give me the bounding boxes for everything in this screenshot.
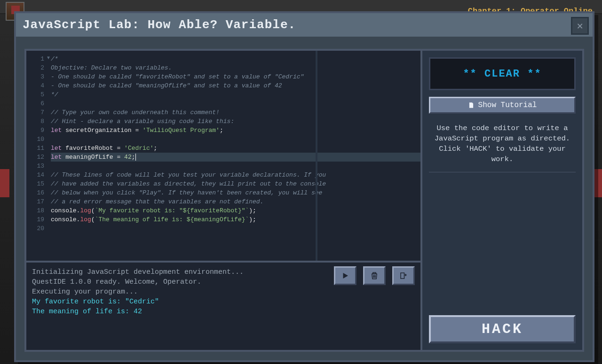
code-token: console [51,216,77,223]
code-token: let [51,145,62,152]
console-panel: Initializing JavaScript development envi… [26,261,420,350]
export-button[interactable] [392,266,415,285]
line-number: 12 [26,153,44,162]
code-token: /* [51,55,58,62]
code-token [139,127,143,134]
code-line[interactable]: /* [51,54,420,63]
code-line[interactable]: // These lines of code will let you test… [51,170,420,179]
code-line[interactable]: - One should be called "meaningOfLife" a… [51,81,420,90]
modal-body: 1234567891011121314151617181920 ▼ /*Obje… [16,40,593,360]
code-line[interactable]: // a red error message that the variable… [51,197,420,206]
line-number: 18 [26,206,44,215]
line-number: 20 [26,224,44,233]
modal-title: JavaScript Lab: How Able? Variable. [23,18,296,32]
code-token: 'TwilioQuest Program' [143,127,220,134]
console-output-line: The meaning of life is: 42 [32,307,415,317]
line-gutter: 1234567891011121314151617181920 [26,51,47,261]
code-token: ) [249,207,253,214]
line-number: 2 [26,63,44,72]
hack-button[interactable]: HACK [429,315,576,343]
code-line[interactable] [51,162,420,170]
editor-split-divider[interactable] [316,51,317,261]
show-tutorial-label: Show Tutorial [478,101,537,109]
code-token: // Hint - declare a variable using code … [51,118,234,125]
code-line[interactable]: let favoriteRobot = 'Cedric'; [51,144,420,153]
code-token: // a red error message that the variable… [51,198,263,205]
code-token: log [80,207,91,214]
status-text: ** CLEAR ** [463,68,541,80]
code-token: ( [91,207,95,214]
line-number: 7 [26,108,44,117]
code-line[interactable]: // below when you click "Play". If they … [51,188,420,197]
code-token [120,154,124,161]
code-token: ; [220,127,223,134]
code-area[interactable]: /*Objective: Declare two variables.- One… [47,51,420,261]
trash-icon [370,271,379,280]
console-system-line: Executing your program... [32,287,415,297]
code-line[interactable]: Objective: Declare two variables. [51,63,420,72]
line-number: 17 [26,197,44,206]
line-number: 6 [26,99,44,108]
console-buttons [334,266,415,285]
code-line[interactable]: console.log(`My favorite robot is: "${fa… [51,206,420,215]
line-number: 16 [26,188,44,197]
code-token: let [51,127,62,134]
code-token: - One should be called "favoriteRobot" a… [51,73,304,80]
code-token: ) [249,216,253,223]
code-token: 42 [124,154,132,161]
code-token: favoriteRobot [65,145,113,152]
line-number: 14 [26,170,44,179]
code-token: // have added the variables as directed,… [51,180,326,187]
export-icon [399,271,408,280]
play-icon [341,271,349,280]
line-number: 15 [26,179,44,188]
code-token: secretOrganization [65,127,131,134]
clear-console-button[interactable] [363,266,386,285]
code-line[interactable]: let meaningOfLife = 42; [51,153,420,162]
content-panel: 1234567891011121314151617181920 ▼ /*Obje… [24,49,584,352]
line-number: 13 [26,162,44,170]
code-line[interactable]: - One should be called "favoriteRobot" a… [51,72,420,81]
code-token: `My favorite robot is: "${favoriteRobot}… [95,207,249,214]
code-line[interactable]: // have added the variables as directed,… [51,179,420,188]
code-token: ; [253,207,256,214]
code-token: meaningOfLife [65,154,113,161]
code-token: */ [51,91,58,98]
line-number: 8 [26,117,44,126]
line-number: 3 [26,72,44,81]
line-number: 5 [26,90,44,99]
show-tutorial-button[interactable]: Show Tutorial [429,97,576,114]
code-line[interactable]: // Type your own code underneath this co… [51,108,420,117]
code-editor[interactable]: 1234567891011121314151617181920 ▼ /*Obje… [26,51,420,261]
code-line[interactable] [51,224,420,233]
code-token: console [51,207,77,214]
document-icon [468,101,475,109]
code-line[interactable] [51,135,420,144]
text-cursor [135,154,136,161]
line-number: 1 [26,54,44,63]
code-line[interactable] [51,99,420,108]
instructions-text: Use the code editor to write a JavaScrip… [429,120,576,172]
line-number: 11 [26,144,44,153]
code-line[interactable]: let secretOrganization = 'TwilioQuest Pr… [51,126,420,135]
left-column: 1234567891011121314151617181920 ▼ /*Obje… [26,51,422,350]
line-number: 4 [26,81,44,90]
code-token: // These lines of code will let you test… [51,171,326,178]
sidebar-spacer [429,179,576,309]
code-line[interactable]: console.log(`The meaning of life is: ${m… [51,215,420,224]
close-icon: ✕ [577,20,583,32]
code-token: - One should be called "meaningOfLife" a… [51,82,282,89]
code-line[interactable]: // Hint - declare a variable using code … [51,117,420,126]
line-number: 9 [26,126,44,135]
run-button[interactable] [334,266,356,285]
code-token: 'Cedric' [124,145,153,152]
line-number: 10 [26,135,44,144]
console-output-line: My favorite robot is: "Cedric" [32,297,415,307]
code-line[interactable]: */ [51,90,420,99]
modal-titlebar: JavaScript Lab: How Able? Variable. ✕ [16,13,593,39]
status-display: ** CLEAR ** [429,57,576,90]
close-button[interactable]: ✕ [571,17,589,35]
code-token: ; [132,154,135,161]
code-token: Objective: Declare two variables. [51,64,172,71]
code-token: ; [253,216,256,223]
